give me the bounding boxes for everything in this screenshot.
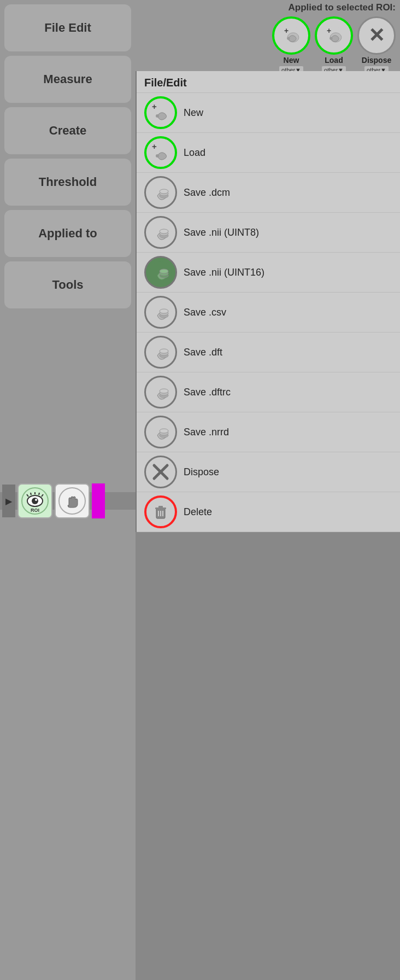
svg-point-7: [330, 37, 332, 40]
svg-point-33: [160, 349, 168, 353]
svg-point-29: [160, 309, 168, 313]
dispose-label: Dispose: [362, 56, 391, 65]
menu-item-save-dftrc[interactable]: Save .dftrc: [137, 372, 400, 412]
menu-save-csv-icon: [144, 296, 177, 329]
menu-load-label: Load: [184, 147, 205, 159]
bottom-arrow-button[interactable]: ▶: [2, 485, 15, 517]
bottom-toolbar: ▶ ROI: [0, 492, 136, 510]
menu-save-nrrd-label: Save .nrrd: [184, 427, 229, 438]
menu-save-nii-uint8-label: Save .nii (UINT8): [184, 227, 259, 238]
svg-rect-48: [158, 506, 163, 508]
load-label: Load: [325, 56, 343, 65]
svg-point-41: [160, 429, 168, 433]
menu-save-dftrc-icon: [144, 376, 177, 409]
svg-point-3: [287, 37, 290, 40]
toolbar-title: Applied to selected ROI:: [289, 2, 396, 13]
menu-new-label: New: [184, 107, 203, 119]
sidebar-item-measure[interactable]: Measure: [4, 56, 131, 103]
menu-item-dispose[interactable]: Dispose: [137, 452, 400, 492]
menu-item-load[interactable]: + Load: [137, 133, 400, 173]
menu-save-nrrd-icon: [144, 416, 177, 448]
new-button[interactable]: +: [272, 16, 310, 55]
menu-new-icon: +: [144, 96, 177, 129]
menu-item-save-nii-uint16[interactable]: Save .nii (UINT16): [137, 253, 400, 293]
sidebar-item-applied-to[interactable]: Applied to: [4, 210, 131, 257]
file-edit-menu: File/Edit + New + Load: [136, 71, 400, 532]
svg-line-59: [39, 493, 39, 495]
magenta-strip[interactable]: [92, 483, 105, 518]
x-icon: ✕: [368, 24, 385, 47]
sidebar-item-threshold[interactable]: Threshold: [4, 159, 131, 206]
menu-item-delete[interactable]: Delete: [137, 492, 400, 532]
sidebar-item-create[interactable]: Create: [4, 107, 131, 154]
new-btn-group: + New other▼: [272, 16, 310, 74]
svg-text:+: +: [152, 142, 157, 151]
svg-point-17: [160, 189, 168, 194]
new-label: New: [284, 56, 299, 65]
menu-item-save-csv[interactable]: Save .csv: [137, 293, 400, 332]
svg-line-57: [31, 493, 31, 495]
hand-button[interactable]: [55, 483, 90, 518]
menu-dispose-icon: [144, 456, 177, 488]
load-btn-group: + Load other▼: [315, 16, 353, 74]
menu-save-nii-uint8-icon: [144, 216, 177, 249]
menu-section-title: File/Edit: [137, 71, 400, 93]
menu-delete-icon: [144, 495, 177, 528]
menu-item-new[interactable]: + New: [137, 93, 400, 133]
sidebar-item-file-edit[interactable]: File Edit: [4, 4, 131, 51]
menu-save-dcm-label: Save .dcm: [184, 187, 230, 199]
menu-save-dcm-icon: [144, 176, 177, 209]
svg-point-37: [160, 389, 168, 393]
menu-item-save-nii-uint8[interactable]: Save .nii (UINT8): [137, 213, 400, 253]
svg-text:ROI: ROI: [31, 508, 39, 513]
menu-save-dft-icon: [144, 336, 177, 369]
menu-save-dftrc-label: Save .dftrc: [184, 387, 231, 398]
top-toolbar: Applied to selected ROI: + New other▼: [136, 0, 400, 78]
svg-text:+: +: [327, 26, 331, 35]
load-button[interactable]: +: [315, 16, 353, 55]
svg-point-55: [35, 499, 37, 501]
menu-save-csv-label: Save .csv: [184, 307, 226, 318]
dispose-btn-group: ✕ Dispose other▼: [357, 16, 396, 74]
svg-point-54: [32, 498, 38, 504]
menu-item-save-nrrd[interactable]: Save .nrrd: [137, 412, 400, 452]
menu-item-save-dcm[interactable]: Save .dcm: [137, 173, 400, 213]
svg-point-13: [156, 154, 159, 158]
svg-point-10: [156, 114, 159, 118]
menu-delete-label: Delete: [184, 506, 212, 518]
svg-text:+: +: [284, 26, 289, 35]
dispose-button[interactable]: ✕: [357, 16, 396, 55]
menu-dispose-label: Dispose: [184, 466, 219, 478]
menu-load-icon: +: [144, 136, 177, 169]
menu-item-save-dft[interactable]: Save .dft: [137, 332, 400, 372]
menu-save-dft-label: Save .dft: [184, 347, 222, 358]
svg-text:+: +: [152, 102, 157, 111]
sidebar-item-tools[interactable]: Tools: [4, 261, 131, 308]
toolbar-buttons: + New other▼ + Load other: [272, 16, 396, 74]
menu-save-nii-uint16-icon: [144, 256, 177, 289]
menu-save-nii-uint16-label: Save .nii (UINT16): [184, 267, 264, 278]
roi-button[interactable]: ROI: [17, 483, 52, 518]
svg-point-25: [160, 269, 168, 273]
svg-point-21: [160, 229, 168, 234]
